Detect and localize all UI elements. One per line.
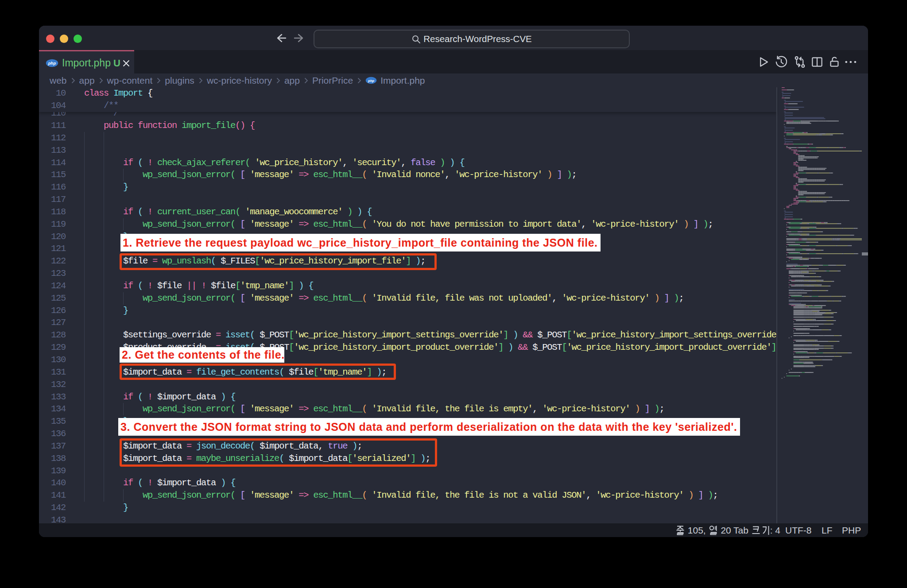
svg-text:php: php [368, 79, 374, 83]
svg-text:php: php [48, 61, 56, 66]
